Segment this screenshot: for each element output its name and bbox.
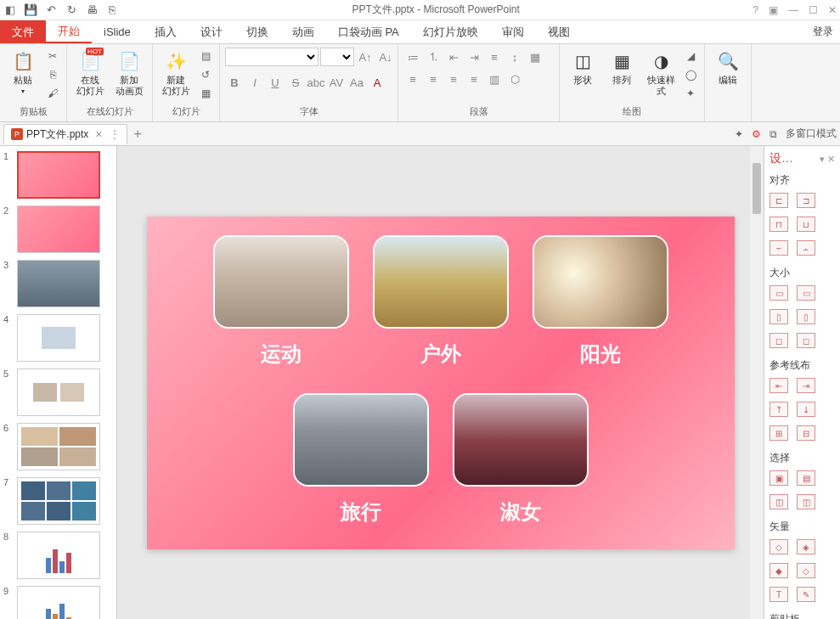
- qat-icon-1[interactable]: ◧: [3, 3, 17, 17]
- tab-view[interactable]: 视图: [536, 20, 582, 43]
- align-left-button[interactable]: ≡: [403, 70, 422, 88]
- online-slides-button[interactable]: 📄HOT 在线 幻灯片: [72, 48, 108, 98]
- vector-icon-3[interactable]: ◆: [770, 563, 788, 578]
- add-tab-button[interactable]: +: [134, 127, 142, 142]
- increase-font-icon[interactable]: A↑: [356, 48, 375, 66]
- format-painter-icon[interactable]: 🖌: [44, 85, 61, 102]
- image-card-outdoor[interactable]: 户外: [373, 235, 509, 368]
- slide-thumbnail-3[interactable]: 3: [3, 260, 113, 307]
- slide-canvas[interactable]: 运动 户外 阳光 旅行 淑女: [147, 217, 735, 549]
- ribbon-toggle-icon[interactable]: ▣: [769, 4, 778, 16]
- section-icon[interactable]: ▦: [197, 85, 214, 102]
- tab-animations[interactable]: 动画: [280, 20, 326, 43]
- guide-icon-2[interactable]: ⇥: [797, 378, 815, 393]
- slide-thumbnail-8[interactable]: 8: [3, 532, 113, 579]
- bold-button[interactable]: B: [225, 73, 244, 92]
- tab-islide[interactable]: iSlide: [92, 20, 143, 43]
- quick-styles-button[interactable]: ◑ 快速样式: [643, 48, 679, 98]
- close-icon[interactable]: ✕: [828, 4, 837, 16]
- arrange-button[interactable]: ▦ 排列: [604, 48, 640, 87]
- columns-button[interactable]: ▥: [485, 70, 504, 88]
- tab-review[interactable]: 审阅: [490, 20, 536, 43]
- align-text-button[interactable]: ▦: [526, 48, 544, 66]
- line-spacing-button[interactable]: ≡: [485, 48, 504, 66]
- image-card-lady[interactable]: 淑女: [453, 393, 589, 526]
- align-left-icon[interactable]: ⊏: [770, 193, 788, 208]
- close-tab-icon[interactable]: ×: [95, 127, 102, 141]
- tab-menu-icon[interactable]: ⋮: [110, 128, 120, 140]
- shape-effects-icon[interactable]: ✦: [682, 85, 699, 102]
- cut-icon[interactable]: ✂: [44, 48, 61, 65]
- vector-icon-2[interactable]: ◈: [797, 539, 815, 554]
- guide-icon-5[interactable]: ⊞: [770, 425, 788, 441]
- editing-button[interactable]: 🔍 编辑: [710, 48, 746, 87]
- slide-thumbnail-5[interactable]: 5: [3, 369, 113, 416]
- decrease-font-icon[interactable]: A↓: [376, 48, 395, 66]
- shape-fill-icon[interactable]: ◢: [682, 48, 699, 65]
- tab-transitions[interactable]: 切换: [234, 20, 280, 43]
- vector-icon-4[interactable]: ◇: [797, 563, 815, 578]
- save-icon[interactable]: 💾: [24, 3, 37, 17]
- copy-icon[interactable]: ⎘: [44, 66, 61, 83]
- spacing-button[interactable]: AV: [327, 73, 346, 92]
- italic-button[interactable]: I: [245, 73, 264, 92]
- login-button[interactable]: 登录: [806, 20, 840, 43]
- vector-icon-1[interactable]: ◇: [770, 539, 788, 554]
- gear-icon[interactable]: ⚙: [752, 128, 761, 140]
- star-icon[interactable]: ✦: [735, 128, 743, 140]
- numbering-button[interactable]: ⒈: [424, 48, 443, 66]
- layout-icon[interactable]: ▤: [197, 48, 214, 65]
- align-top-icon[interactable]: ⊓: [770, 217, 788, 232]
- bullets-button[interactable]: ≔: [403, 48, 422, 66]
- size-icon-5[interactable]: ◻: [770, 333, 788, 348]
- slide-canvas-area[interactable]: 运动 户外 阳光 旅行 淑女: [117, 146, 764, 619]
- justify-button[interactable]: ≡: [465, 70, 483, 88]
- multi-window-label[interactable]: 多窗口模式: [786, 127, 837, 141]
- font-family-select[interactable]: [225, 48, 319, 66]
- guide-icon-1[interactable]: ⇤: [770, 378, 788, 393]
- align-right-button[interactable]: ≡: [444, 70, 463, 88]
- underline-button[interactable]: U: [266, 73, 285, 92]
- new-slide-button[interactable]: ✨ 新建 幻灯片: [158, 48, 194, 98]
- help-icon[interactable]: ?: [753, 4, 758, 16]
- tab-pocket-anim[interactable]: 口袋动画 PA: [326, 20, 411, 43]
- qat-icon-6[interactable]: ⎘: [105, 3, 119, 17]
- document-tab[interactable]: P PPT文件.pptx × ⋮: [3, 124, 127, 144]
- slide-thumbnail-7[interactable]: 7: [3, 477, 113, 525]
- tab-home[interactable]: 开始: [46, 20, 92, 43]
- select-icon-1[interactable]: ▣: [770, 470, 788, 486]
- shape-outline-icon[interactable]: ◯: [682, 66, 699, 83]
- size-icon-3[interactable]: ▯: [770, 309, 788, 324]
- multi-window-icon[interactable]: ⧉: [770, 128, 777, 140]
- font-color-button[interactable]: A: [368, 73, 386, 92]
- align-bottom-icon[interactable]: ⊔: [797, 217, 815, 232]
- undo-icon[interactable]: ↶: [44, 3, 58, 17]
- scroll-thumb[interactable]: [753, 163, 761, 214]
- redo-icon[interactable]: ↻: [65, 3, 78, 17]
- size-icon-6[interactable]: ◻: [797, 333, 815, 348]
- guide-icon-4[interactable]: ⤓: [797, 402, 815, 417]
- smartart-button[interactable]: ⬡: [505, 70, 524, 88]
- print-icon[interactable]: 🖶: [85, 3, 99, 17]
- vertical-scrollbar[interactable]: [750, 146, 764, 619]
- reset-icon[interactable]: ↺: [197, 66, 214, 83]
- select-icon-4[interactable]: ◫: [797, 494, 815, 509]
- shadow-button[interactable]: abc: [307, 73, 325, 92]
- minimize-icon[interactable]: —: [788, 4, 798, 16]
- maximize-icon[interactable]: ☐: [809, 4, 818, 16]
- file-tab[interactable]: 文件: [0, 20, 46, 43]
- image-card-sports[interactable]: 运动: [213, 235, 349, 368]
- align-center-v-icon[interactable]: ⫠: [797, 240, 815, 256]
- slide-thumbnail-1[interactable]: 1: [3, 151, 113, 199]
- size-icon-1[interactable]: ▭: [770, 285, 788, 301]
- text-direction-button[interactable]: ↕: [505, 48, 524, 66]
- vector-icon-6[interactable]: ✎: [797, 587, 815, 602]
- indent-inc-button[interactable]: ⇥: [465, 48, 483, 66]
- size-icon-2[interactable]: ▭: [797, 285, 815, 301]
- guide-icon-3[interactable]: ⤒: [770, 402, 788, 417]
- tab-design[interactable]: 设计: [189, 20, 234, 43]
- slide-thumbnails-panel[interactable]: 1 2 3 4 5 6 7 8: [0, 146, 117, 619]
- select-icon-3[interactable]: ◫: [770, 494, 788, 509]
- guide-icon-6[interactable]: ⊟: [797, 425, 815, 441]
- tab-slideshow[interactable]: 幻灯片放映: [411, 20, 490, 43]
